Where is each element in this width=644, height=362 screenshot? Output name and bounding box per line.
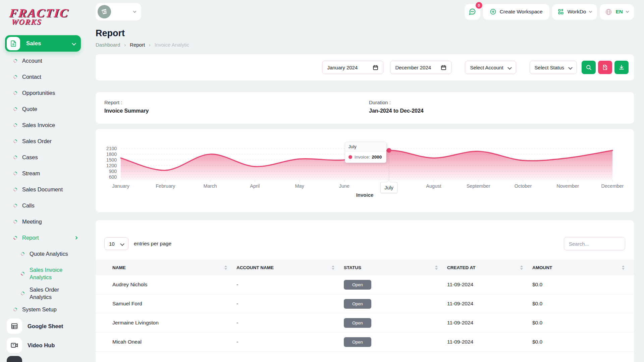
sidebar-item-cases[interactable]: Cases	[0, 149, 87, 165]
download-button[interactable]	[614, 61, 629, 74]
sidebar-tool-label: Video Hub	[28, 342, 55, 349]
sidebar-tool-partial[interactable]	[7, 356, 22, 362]
svg-text:1500: 1500	[106, 157, 117, 163]
sidebar-item-stream[interactable]: Stream	[0, 165, 87, 181]
start-date-input[interactable]: January 2024	[322, 61, 383, 74]
account-cell: -	[236, 294, 344, 313]
name-cell: Samuel Ford	[96, 294, 236, 313]
name-cell: Audrey Nichols	[96, 275, 236, 294]
topbar-actions: 0 Create Workspace WorkDo EN	[465, 4, 634, 20]
sidebar-item-label: Quote	[22, 105, 37, 113]
breadcrumb-separator: ›	[124, 42, 126, 48]
tooltip-month: July	[345, 142, 386, 152]
brand-logo[interactable]: FRACTIC WORKS	[9, 6, 69, 26]
chevron-down-icon	[120, 242, 124, 246]
chevron-down-icon	[568, 65, 573, 70]
calendar-icon	[441, 65, 446, 70]
sidebar-item-quote-analytics[interactable]: Quote Analytics	[0, 246, 87, 262]
column-header-label: AMOUNT	[532, 265, 552, 270]
sidebar-item-label: Meeting	[22, 218, 42, 225]
column-header-created-at[interactable]: CREATED AT	[447, 260, 532, 275]
amount-cell: $0.0	[532, 275, 634, 294]
clear-filter-button[interactable]	[598, 61, 612, 74]
apps-grid-icon	[557, 8, 564, 15]
sidebar-item-sales-order[interactable]: Sales Order	[0, 133, 87, 149]
language-label: EN	[615, 9, 623, 15]
sort-arrows-icon[interactable]	[622, 265, 625, 270]
status-select[interactable]: Select Status	[530, 61, 577, 74]
entries-per-page-select[interactable]: 10	[104, 237, 128, 250]
sidebar-item-label: Quote Analytics	[30, 250, 68, 257]
create-workspace-button[interactable]: Create Workspace	[483, 4, 549, 20]
selected-month-label: July	[380, 182, 397, 193]
sidebar-item-calls[interactable]: Calls	[0, 197, 87, 214]
sidebar-item-label: Cases	[22, 154, 38, 161]
sort-arrows-icon[interactable]	[435, 265, 438, 270]
sidebar-item-opportunities[interactable]: Opportunities	[0, 85, 87, 101]
circle-bullet-icon	[13, 138, 18, 143]
sidebar-menu: AccountContactOpportunitiesQuoteSales In…	[0, 53, 87, 317]
amount-cell: $0.0	[532, 313, 634, 332]
sidebar-item-account[interactable]: Account	[0, 53, 87, 69]
invoice-area-chart[interactable]: 2100180015001200900600JanuaryFebruaryMar…	[96, 129, 634, 201]
breadcrumb-report[interactable]: Report	[130, 42, 145, 48]
sidebar-item-label: Sales Invoice Analytics	[30, 266, 77, 281]
column-header-account-name[interactable]: ACCOUNT NAME	[236, 260, 344, 275]
plus-circle-icon	[490, 8, 496, 15]
sidebar-item-sales-order-analytics[interactable]: Sales Order Analytics	[0, 285, 87, 301]
column-header-amount[interactable]: AMOUNT	[532, 260, 634, 275]
status-cell: Open	[344, 294, 447, 313]
svg-text:June: June	[339, 183, 350, 189]
chevron-down-icon	[72, 41, 76, 46]
sheet-icon	[7, 318, 22, 334]
circle-bullet-icon	[20, 291, 25, 296]
end-date-input[interactable]: December 2024	[390, 61, 451, 74]
sort-arrows-icon[interactable]	[224, 265, 227, 270]
sidebar-item-sales-document[interactable]: Sales Document	[0, 181, 87, 197]
column-header-label: STATUS	[344, 265, 361, 270]
workdo-menu-button[interactable]: WorkDo	[552, 4, 597, 20]
sidebar-item-system-setup[interactable]: System Setup	[0, 301, 87, 317]
column-header-label: NAME	[112, 265, 126, 270]
report-summary-card: Report : Invoice Summary Duration : Jan-…	[96, 92, 634, 124]
status-cell: Open	[344, 333, 447, 351]
search-filter-button[interactable]	[582, 61, 596, 74]
sort-arrows-icon[interactable]	[332, 265, 334, 270]
sidebar-item-label: Stream	[22, 170, 40, 177]
language-selector[interactable]: EN	[600, 4, 634, 20]
circle-bullet-icon	[13, 219, 18, 224]
duration-label: Duration :	[369, 100, 424, 105]
sidebar-app-sales[interactable]: Sales	[5, 35, 81, 52]
invoice-table-card: 10 entries per page NAMEACCOUNT NAMESTAT…	[96, 220, 634, 362]
sidebar-item-report[interactable]: Report	[0, 230, 87, 246]
workspace-selector[interactable]	[96, 3, 141, 20]
breadcrumb-dashboard[interactable]: Dashboard	[96, 42, 120, 48]
sidebar-item-sales-invoice-analytics[interactable]: Sales Invoice Analytics	[0, 262, 87, 285]
video-icon	[7, 338, 22, 353]
chat-button[interactable]: 0	[465, 4, 480, 20]
sidebar-item-sales-invoice[interactable]: Sales Invoice	[0, 117, 87, 133]
amount-cell: $0.0	[532, 294, 634, 313]
search-input[interactable]	[564, 237, 625, 250]
created-cell: 11-09-2024	[447, 294, 532, 313]
sidebar-item-contact[interactable]: Contact	[0, 69, 87, 85]
sidebar-item-quote[interactable]: Quote	[0, 101, 87, 117]
workspace-avatar	[98, 5, 111, 18]
account-select-value: Select Account	[470, 65, 503, 70]
sidebar-tool-google-sheet[interactable]: Google Sheet	[7, 318, 87, 334]
create-workspace-label: Create Workspace	[500, 9, 543, 15]
account-cell: -	[236, 313, 344, 332]
tooltip-value: 2000	[372, 155, 382, 160]
status-select-value: Select Status	[535, 65, 564, 70]
column-header-status[interactable]: STATUS	[344, 260, 447, 275]
sidebar-item-meeting[interactable]: Meeting	[0, 214, 87, 230]
circle-bullet-icon	[13, 58, 18, 63]
sort-arrows-icon[interactable]	[520, 265, 523, 270]
sidebar-tool-label: Google Sheet	[28, 323, 63, 329]
column-header-label: ACCOUNT NAME	[236, 265, 274, 270]
svg-text:October: October	[515, 183, 532, 189]
sidebar-tool-video-hub[interactable]: Video Hub	[7, 338, 87, 353]
sidebar-item-label: Sales Invoice	[22, 121, 55, 129]
column-header-name[interactable]: NAME	[96, 260, 236, 275]
account-select[interactable]: Select Account	[465, 61, 516, 74]
